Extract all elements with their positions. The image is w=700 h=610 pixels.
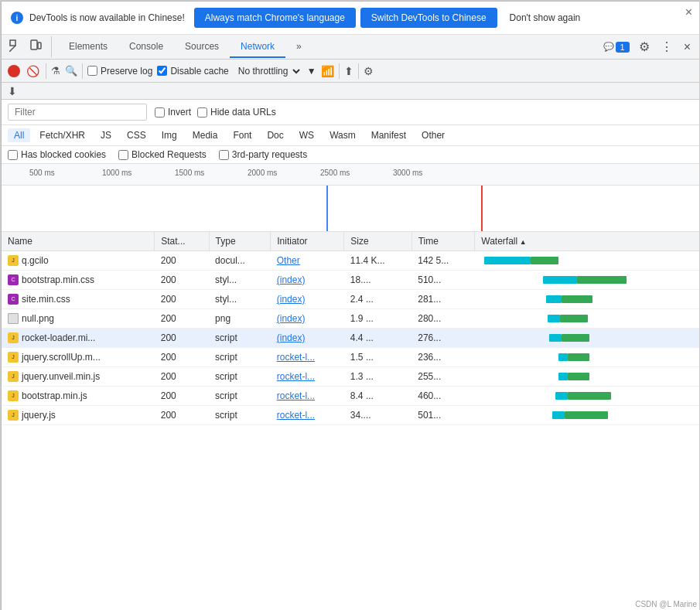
status-code: 200 [155, 387, 209, 406]
col-type-header[interactable]: Type [209, 232, 271, 251]
initiator-link[interactable]: Other [277, 255, 300, 266]
initiator: rocket-l... [271, 406, 344, 425]
upload-icon[interactable]: ⬆ [344, 65, 353, 77]
initiator: (index) [271, 309, 344, 329]
table-row[interactable]: Jjquery.js200scriptrocket-l...34....501.… [2, 406, 700, 425]
filter-input[interactable] [8, 104, 147, 121]
notification-text: DevTools is now available in Chinese! [29, 12, 185, 23]
col-stat-header[interactable]: Stat... [155, 232, 209, 251]
resource-btn-ws[interactable]: WS [293, 128, 320, 142]
download-icon[interactable]: ⬇ [8, 85, 17, 97]
throttle-select[interactable]: No throttling [234, 65, 302, 77]
tab-more[interactable]: » [285, 36, 312, 58]
waterfall-cell [475, 348, 700, 367]
initiator-link[interactable]: (index) [277, 274, 306, 285]
switch-chinese-button[interactable]: Switch DevTools to Chinese [360, 8, 497, 28]
initiator-link[interactable]: rocket-l... [277, 371, 315, 382]
table-row[interactable]: Jq.gcilo200docul...Other11.4 K...142 5..… [2, 251, 700, 271]
col-size-header[interactable]: Size [344, 232, 411, 251]
initiator-link[interactable]: rocket-l... [277, 390, 315, 401]
col-waterfall-header[interactable]: Waterfall [475, 232, 700, 251]
resource-btn-wasm[interactable]: Wasm [323, 128, 362, 142]
resource-type: script [209, 387, 271, 406]
dont-show-button[interactable]: Don't show again [502, 8, 589, 28]
resource-btn-css[interactable]: CSS [121, 128, 152, 142]
resource-btn-img[interactable]: Img [155, 128, 183, 142]
table-row[interactable]: Jbootstrap.min.js200scriptrocket-l...8.4… [2, 387, 700, 406]
preserve-log-checkbox[interactable] [87, 66, 97, 76]
tab-console[interactable]: Console [118, 36, 174, 58]
initiator-link[interactable]: (index) [277, 294, 306, 305]
table-row[interactable]: Cbootstrap.min.css200styl...(index)18...… [2, 271, 700, 290]
initiator-link[interactable]: rocket-l... [277, 352, 315, 363]
initiator-link[interactable]: (index) [277, 332, 306, 343]
disable-cache-label[interactable]: Disable cache [157, 66, 228, 77]
filter-cb-2[interactable]: 3rd-party requests [219, 149, 307, 160]
waterfall-bar-2 [560, 315, 588, 322]
file-name: rocket-loader.mi... [22, 332, 95, 343]
record-button[interactable] [8, 65, 20, 77]
clear-button[interactable]: 🚫 [25, 65, 41, 77]
more-options-button[interactable]: ⋮ [656, 36, 678, 57]
table-row[interactable]: Csite.min.css200styl...(index)2.4 ...281… [2, 290, 700, 309]
table-row[interactable]: Jrocket-loader.mi...200script(index)4.4 … [2, 329, 700, 348]
timeline-tick-1: 1000 ms [102, 169, 131, 177]
invert-checkbox[interactable] [155, 107, 165, 118]
resource-btn-js[interactable]: JS [94, 128, 118, 142]
initiator-link[interactable]: rocket-l... [277, 410, 315, 421]
status-code: 200 [155, 309, 209, 329]
filter-cb-input-0[interactable] [8, 150, 18, 160]
col-initiator-header[interactable]: Initiator [271, 232, 344, 251]
resource-btn-fetch/xhr[interactable]: Fetch/XHR [33, 128, 91, 142]
invert-label[interactable]: Invert [155, 107, 191, 118]
hide-data-urls-label[interactable]: Hide data URLs [197, 107, 276, 118]
resource-btn-manifest[interactable]: Manifest [365, 128, 412, 142]
filter-cb-input-2[interactable] [219, 150, 229, 160]
waterfall-bar-1 [558, 353, 568, 361]
resource-time: 281... [411, 290, 475, 309]
table-row[interactable]: null.png200png(index)1.9 ...280... [2, 309, 700, 329]
file-name: jquery.scrollUp.m... [22, 352, 101, 363]
resource-time: 501... [411, 406, 475, 425]
col-name-header[interactable]: Name [2, 232, 155, 251]
search-icon[interactable]: 🔍 [65, 65, 77, 77]
network-settings-icon[interactable]: ⚙ [364, 65, 374, 77]
table-row[interactable]: Jjquery.scrollUp.m...200scriptrocket-l..… [2, 348, 700, 367]
throttle-chevron: ▼ [307, 66, 316, 77]
notification-close-button[interactable]: × [685, 6, 692, 19]
tab-elements[interactable]: Elements [58, 36, 118, 58]
close-devtools-button[interactable]: × [679, 37, 695, 57]
initiator: (index) [271, 329, 344, 348]
timeline-body [2, 186, 700, 232]
resource-size: 4.4 ... [344, 329, 411, 348]
resource-btn-media[interactable]: Media [186, 128, 224, 142]
filter-cb-1[interactable]: Blocked Requests [118, 149, 207, 160]
inspect-icon[interactable] [6, 36, 25, 57]
js-icon: J [8, 255, 19, 266]
disable-cache-checkbox[interactable] [157, 66, 167, 76]
col-time-header[interactable]: Time [411, 232, 475, 251]
initiator: rocket-l... [271, 348, 344, 367]
timeline-red-marker [481, 186, 483, 231]
match-language-button[interactable]: Always match Chrome's language [194, 8, 356, 28]
resource-btn-font[interactable]: Font [227, 128, 258, 142]
tab-sources[interactable]: Sources [174, 36, 230, 58]
divider-3 [339, 63, 340, 79]
resource-btn-doc[interactable]: Doc [261, 128, 289, 142]
initiator-link[interactable]: (index) [277, 313, 306, 324]
status-code: 200 [155, 406, 209, 425]
file-name: site.min.css [22, 294, 70, 305]
device-toggle-icon[interactable] [26, 36, 45, 57]
table-row[interactable]: Jjquery.unveil.min.js200scriptrocket-l..… [2, 367, 700, 387]
resource-btn-other[interactable]: Other [415, 128, 451, 142]
waterfall-bar-1 [543, 276, 577, 284]
filter-icon[interactable]: ⚗ [51, 65, 60, 77]
settings-button[interactable]: ⚙ [634, 36, 654, 57]
tab-network[interactable]: Network [230, 36, 285, 58]
filter-cb-0[interactable]: Has blocked cookies [8, 149, 106, 160]
wifi-icon: 📶 [321, 65, 334, 77]
resource-btn-all[interactable]: All [8, 128, 30, 142]
preserve-log-label[interactable]: Preserve log [87, 66, 152, 77]
filter-cb-input-1[interactable] [118, 150, 128, 160]
hide-data-urls-checkbox[interactable] [197, 107, 207, 118]
